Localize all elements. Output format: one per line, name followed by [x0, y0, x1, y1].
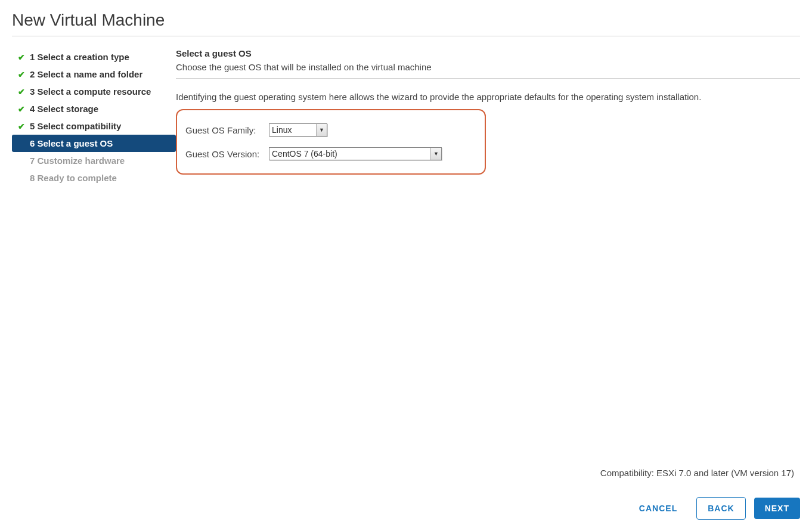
next-button[interactable]: NEXT	[754, 498, 800, 519]
step-label: 2 Select a name and folder	[30, 69, 170, 79]
step-customize-hardware: ✔ 7 Customize hardware	[12, 152, 176, 169]
footer-buttons: CANCEL BACK NEXT	[628, 497, 800, 520]
guest-os-version-row: Guest OS Version: CentOS 7 (64-bit) ▼	[185, 147, 476, 160]
step-label: 8 Ready to complete	[30, 173, 170, 183]
step-label: 4 Select storage	[30, 104, 170, 114]
back-button[interactable]: BACK	[696, 497, 745, 520]
step-label: 6 Select a guest OS	[30, 138, 170, 148]
step-storage[interactable]: ✔ 4 Select storage	[12, 100, 176, 117]
step-label: 5 Select compatibility	[30, 121, 170, 131]
content-area: ✔ 1 Select a creation type ✔ 2 Select a …	[0, 41, 812, 187]
step-ready-complete: ✔ 8 Ready to complete	[12, 169, 176, 187]
wizard-sidebar: ✔ 1 Select a creation type ✔ 2 Select a …	[12, 41, 176, 187]
check-icon: ✔	[18, 104, 30, 114]
step-label: 7 Customize hardware	[30, 156, 170, 166]
panel-subtitle: Choose the guest OS that will be install…	[176, 62, 800, 72]
main-panel: Select a guest OS Choose the guest OS th…	[176, 41, 800, 187]
check-icon: ✔	[18, 52, 30, 62]
panel-description: Identifying the guest operating system h…	[176, 92, 800, 102]
guest-os-family-select[interactable]: Linux ▼	[269, 123, 327, 136]
guest-os-version-label: Guest OS Version:	[185, 149, 269, 159]
chevron-down-icon: ▼	[430, 148, 441, 160]
guest-os-version-select[interactable]: CentOS 7 (64-bit) ▼	[269, 147, 442, 160]
divider	[12, 36, 800, 36]
check-icon: ✔	[18, 122, 30, 131]
step-label: 3 Select a compute resource	[30, 86, 170, 97]
step-guest-os[interactable]: ✔ 6 Select a guest OS	[12, 135, 176, 152]
step-name-folder[interactable]: ✔ 2 Select a name and folder	[12, 66, 176, 83]
step-creation-type[interactable]: ✔ 1 Select a creation type	[12, 48, 176, 66]
guest-os-family-row: Guest OS Family: Linux ▼	[185, 123, 476, 136]
check-icon: ✔	[18, 70, 30, 79]
step-label: 1 Select a creation type	[30, 52, 170, 62]
panel-title: Select a guest OS	[176, 48, 800, 58]
select-value: Linux	[272, 125, 316, 135]
guest-os-family-label: Guest OS Family:	[185, 125, 269, 135]
guest-os-highlight: Guest OS Family: Linux ▼ Guest OS Versio…	[176, 109, 486, 175]
step-compute-resource[interactable]: ✔ 3 Select a compute resource	[12, 83, 176, 100]
divider	[176, 78, 800, 79]
cancel-button[interactable]: CANCEL	[628, 498, 688, 519]
chevron-down-icon: ▼	[316, 124, 327, 136]
select-value: CentOS 7 (64-bit)	[272, 149, 430, 159]
dialog-title: New Virtual Machine	[0, 0, 812, 36]
compatibility-info: Compatibility: ESXi 7.0 and later (VM ve…	[600, 468, 794, 478]
check-icon: ✔	[18, 87, 30, 97]
step-compatibility[interactable]: ✔ 5 Select compatibility	[12, 117, 176, 135]
